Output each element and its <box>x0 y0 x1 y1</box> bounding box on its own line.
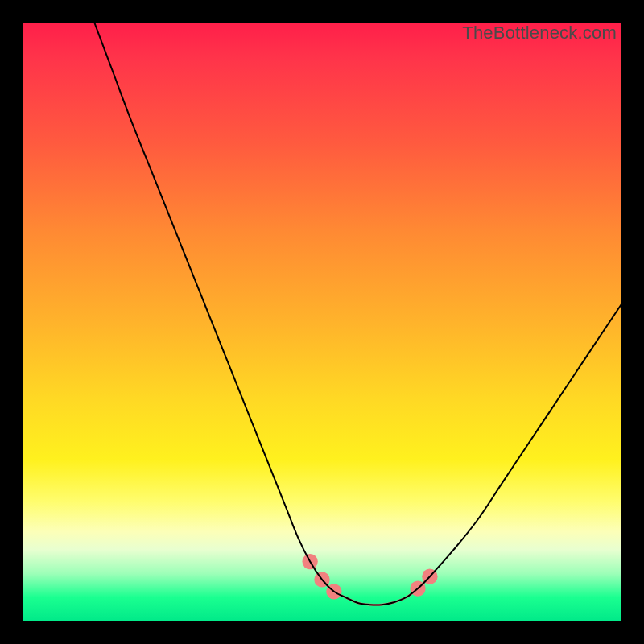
curve-group <box>94 23 621 605</box>
curve-layer <box>23 23 621 621</box>
plot-area: TheBottleneck.com <box>23 23 621 621</box>
chart-frame: TheBottleneck.com <box>0 0 644 644</box>
main-curve <box>94 23 621 605</box>
